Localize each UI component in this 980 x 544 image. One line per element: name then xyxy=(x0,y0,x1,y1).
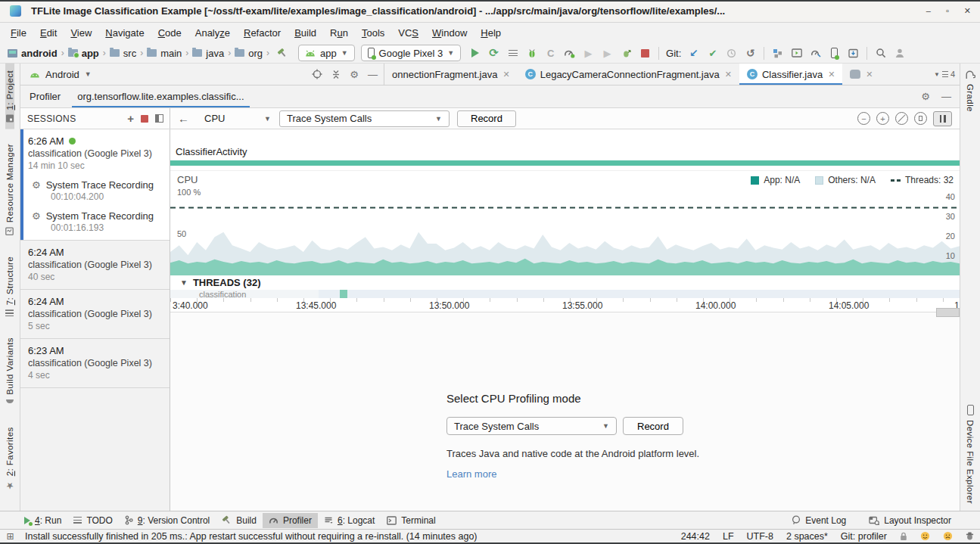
git-commit-icon[interactable]: ✔ xyxy=(703,44,722,62)
stop-session-icon[interactable] xyxy=(141,115,148,123)
zoom-out-icon[interactable]: − xyxy=(857,112,870,125)
toolwindow-button-profiler[interactable]: Profiler xyxy=(263,513,318,528)
breadcrumb-app[interactable]: app xyxy=(68,48,99,59)
session-recording[interactable]: ⚙System Trace Recording00:01:16.193 xyxy=(28,210,165,234)
minimize-button[interactable]: – xyxy=(926,6,931,16)
build-hammer-icon[interactable] xyxy=(273,44,292,62)
git-history-icon[interactable] xyxy=(722,44,741,62)
tool-window-grid-icon[interactable]: ⊞ xyxy=(0,531,20,542)
locate-file-icon[interactable] xyxy=(312,69,322,79)
record-button[interactable]: Record xyxy=(457,110,516,127)
menu-run[interactable]: Run xyxy=(323,25,355,41)
toolwindow-button-6-logcat[interactable]: 6: Logcat xyxy=(318,513,381,528)
menu-navigate[interactable]: Navigate xyxy=(98,25,151,41)
git-update-icon[interactable]: ↙ xyxy=(684,44,703,62)
collapse-all-icon[interactable] xyxy=(331,70,341,79)
hidden-tabs-dropdown[interactable]: ▼4 xyxy=(929,64,960,85)
thread-row[interactable]: classification xyxy=(170,290,960,298)
menu-code[interactable]: Code xyxy=(151,25,188,41)
sidebar-item-device-file-explorer[interactable]: Device File Explorer xyxy=(966,398,975,511)
close-tab-icon[interactable]: ✕ xyxy=(828,70,835,79)
menu-vcs[interactable]: VCS xyxy=(391,25,425,41)
sidebar-item-7-structure[interactable]: 7: Structure xyxy=(5,250,14,323)
session-item[interactable]: 6:24 AMclassification (Google Pixel 3)40… xyxy=(20,241,170,290)
session-item[interactable]: 6:24 AMclassification (Google Pixel 3)5 … xyxy=(20,290,170,339)
horizontal-scrollbar-thumb[interactable] xyxy=(936,308,960,317)
close-tab-icon[interactable]: ✕ xyxy=(725,70,732,79)
sidebar-item-1-project[interactable]: 1: Project xyxy=(5,64,14,129)
profiler-hide-icon[interactable]: — xyxy=(941,91,951,102)
search-everywhere-icon[interactable] xyxy=(871,44,890,62)
breadcrumb-org[interactable]: org xyxy=(235,48,263,59)
profiler-active-icon[interactable] xyxy=(560,44,579,62)
indent-setting[interactable]: 2 spaces* xyxy=(786,531,828,542)
zoom-to-selection-icon[interactable] xyxy=(914,112,927,125)
hide-panel-icon[interactable]: — xyxy=(368,69,378,80)
editor-tab-onnectionfragment-java[interactable]: onnectionFragment.java✕ xyxy=(384,64,518,85)
menu-view[interactable]: View xyxy=(64,25,98,41)
back-arrow-icon[interactable]: ← xyxy=(178,112,189,125)
sidebar-item-2-favorites[interactable]: ★2: Favorites xyxy=(5,420,14,498)
toolwindow-button-layout-inspector[interactable]: Layout Inspector xyxy=(863,513,957,528)
sidebar-item-gradle[interactable]: Gradle xyxy=(965,64,975,119)
cpu-usage-chart[interactable]: CPU App: N/AOthers: N/AThreads: 32 100 %… xyxy=(170,170,960,270)
menu-help[interactable]: Help xyxy=(474,25,508,41)
debug-icon[interactable] xyxy=(522,44,541,62)
breadcrumb-main[interactable]: main xyxy=(147,48,182,59)
attach-debugger-icon[interactable]: ▶ xyxy=(598,44,617,62)
lock-icon[interactable] xyxy=(900,532,907,541)
menu-tools[interactable]: Tools xyxy=(355,25,391,41)
project-view-selector[interactable]: Android xyxy=(45,69,79,80)
sdk-manager-icon[interactable] xyxy=(844,44,863,62)
editor-tab-legacycameraconnectionfragment-java[interactable]: CLegacyCameraConnectionFragment.java✕ xyxy=(518,64,739,85)
session-item[interactable]: 6:26 AMclassification (Google Pixel 3)14… xyxy=(20,129,170,241)
happy-feedback-icon[interactable] xyxy=(920,531,930,541)
reset-zoom-icon[interactable] xyxy=(895,112,908,125)
profiler-session-icon[interactable] xyxy=(806,44,825,62)
profiler-session-tab[interactable]: org.tensorflow.lite.examples.classific..… xyxy=(72,85,249,107)
profiler-settings-gear-icon[interactable]: ⚙ xyxy=(921,91,930,102)
add-session-icon[interactable]: + xyxy=(127,112,134,125)
close-tab-icon[interactable]: ✕ xyxy=(866,70,873,79)
apply-restart-icon[interactable] xyxy=(617,44,636,62)
sidebar-item-build-variants[interactable]: Build Variants xyxy=(5,331,14,412)
project-structure-icon[interactable] xyxy=(768,44,787,62)
menu-file[interactable]: File xyxy=(4,25,33,41)
sidebar-item-resource-manager[interactable]: Resource Manager xyxy=(5,137,14,242)
profile-avatar-icon[interactable] xyxy=(890,44,909,62)
line-separator[interactable]: LF xyxy=(723,531,734,542)
session-recording[interactable]: ⚙System Trace Recording00:10:04.200 xyxy=(28,179,165,203)
profiling-mode-select[interactable]: Trace System Calls ▼ xyxy=(279,110,450,127)
menu-window[interactable]: Window xyxy=(425,25,474,41)
run-configuration-select[interactable]: app ▼ xyxy=(298,45,355,61)
toolwindow-button-event-log[interactable]: Event Log xyxy=(786,513,852,528)
session-item[interactable]: 6:23 AMclassification (Google Pixel 3)4 … xyxy=(20,339,170,388)
collapse-sessions-panel-icon[interactable] xyxy=(155,114,163,123)
close-button[interactable]: ✕ xyxy=(964,6,971,16)
git-rollback-icon[interactable]: ↺ xyxy=(741,44,760,62)
toolwindow-button-4-run[interactable]: 4: Run xyxy=(18,513,67,528)
selected-range-band[interactable] xyxy=(170,270,960,275)
file-encoding[interactable]: UTF-8 xyxy=(747,531,773,542)
stop-icon[interactable] xyxy=(636,44,655,62)
pause-live-button[interactable] xyxy=(933,111,952,126)
toolwindow-button-todo[interactable]: TODO xyxy=(67,513,118,528)
run-play-icon[interactable] xyxy=(465,44,484,62)
zoom-in-icon[interactable]: + xyxy=(876,112,889,125)
toolwindow-button-9-version-control[interactable]: 9: Version Control xyxy=(119,513,216,528)
attach-profiler-icon[interactable]: ▶ xyxy=(579,44,598,62)
detail-mode-select[interactable]: Trace System Calls ▼ xyxy=(446,417,617,435)
run-console-icon[interactable] xyxy=(787,44,806,62)
device-select[interactable]: Google Pixel 3 ▼ xyxy=(361,45,461,61)
stage-selector[interactable]: CPU ▼ xyxy=(201,113,274,124)
toolwindow-button-build[interactable]: Build xyxy=(216,513,263,528)
menu-analyze[interactable]: Analyze xyxy=(188,25,237,41)
threads-section-header[interactable]: ▼ THREADS (32) xyxy=(170,275,960,290)
git-branch[interactable]: Git: profiler xyxy=(841,531,887,542)
toolwindow-button-terminal[interactable]: Terminal xyxy=(381,513,441,528)
learn-more-link[interactable]: Learn more xyxy=(446,468,960,480)
sad-feedback-icon[interactable] xyxy=(943,531,953,541)
breadcrumb-java[interactable]: java xyxy=(192,48,224,59)
editor-tab-classifier-java[interactable]: CClassifier.java✕ xyxy=(739,64,842,85)
breadcrumb-android[interactable]: android xyxy=(8,48,58,59)
